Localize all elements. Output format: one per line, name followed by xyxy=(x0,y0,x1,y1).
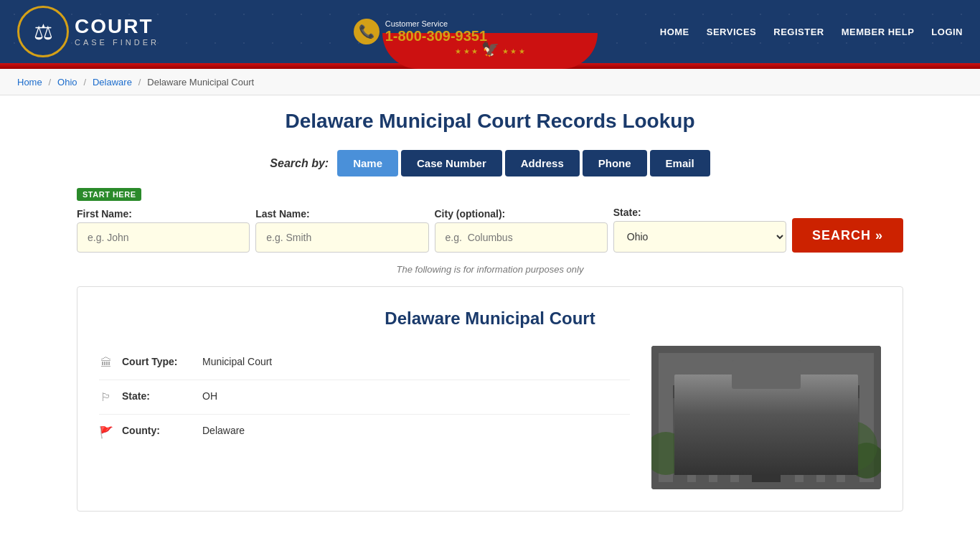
breadcrumb-bar: Home / Ohio / Delaware / Delaware Munici… xyxy=(0,69,980,95)
svg-rect-10 xyxy=(816,398,825,482)
state-label: State: xyxy=(613,207,786,218)
city-input[interactable] xyxy=(435,222,608,253)
county-row: 🚩 County: Delaware xyxy=(99,415,630,449)
breadcrumb-sep-2: / xyxy=(83,77,86,88)
logo-area: ⚖ COURT CASE FINDER xyxy=(17,6,159,57)
tab-address[interactable]: Address xyxy=(505,150,580,176)
logo-court-label: COURT xyxy=(75,17,159,37)
nav-services[interactable]: SERVICES xyxy=(707,27,757,37)
info-card-title: Delaware Municipal Court xyxy=(99,309,881,329)
first-name-label: First Name: xyxy=(77,208,250,220)
county-label: County: xyxy=(122,425,194,436)
svg-point-15 xyxy=(651,432,687,475)
svg-rect-1 xyxy=(659,353,874,482)
state-row: 🏳 State: OH xyxy=(99,380,630,415)
courthouse-photo xyxy=(651,346,881,489)
phone-area: 📞 Customer Service 1-800-309-9351 xyxy=(354,19,487,44)
court-type-row: 🏛 Court Type: Municipal Court xyxy=(99,346,630,380)
court-type-value: Municipal Court xyxy=(202,356,272,367)
nav-login[interactable]: LOGIN xyxy=(931,27,963,37)
breadcrumb-current: Delaware Municipal Court xyxy=(147,77,254,88)
nav-member-help[interactable]: MEMBER HELP xyxy=(842,27,915,37)
breadcrumb-sep-3: / xyxy=(138,77,141,88)
svg-rect-6 xyxy=(687,398,696,482)
disclaimer-text: The following is for information purpose… xyxy=(77,264,903,275)
svg-rect-14 xyxy=(809,418,831,435)
phone-number: 1-800-309-9351 xyxy=(385,28,487,44)
city-label: City (optional): xyxy=(435,208,608,220)
breadcrumb-ohio[interactable]: Ohio xyxy=(57,77,77,88)
first-name-group: First Name: xyxy=(77,208,250,253)
state-value: OH xyxy=(202,390,217,402)
svg-rect-11 xyxy=(837,398,845,482)
phone-label: Customer Service xyxy=(385,19,487,28)
ribbon-stars-left: ★ ★ ★ xyxy=(455,47,479,55)
nav-home[interactable]: HOME xyxy=(660,27,689,37)
breadcrumb-sep-1: / xyxy=(49,77,52,88)
search-form: First Name: Last Name: City (optional): … xyxy=(77,207,903,253)
svg-rect-4 xyxy=(745,360,788,389)
svg-rect-7 xyxy=(709,398,717,482)
breadcrumb-delaware[interactable]: Delaware xyxy=(93,77,132,88)
last-name-label: Last Name: xyxy=(255,208,428,220)
tab-case-number[interactable]: Case Number xyxy=(401,150,502,176)
info-card-body: 🏛 Court Type: Municipal Court 🏳 State: O… xyxy=(99,346,881,489)
county-icon: 🚩 xyxy=(99,425,113,439)
svg-rect-8 xyxy=(730,398,739,482)
ribbon-bar: ★ ★ ★ 🦅 ★ ★ ★ xyxy=(0,63,980,69)
first-name-input[interactable] xyxy=(77,222,250,253)
logo-tagline-label: CASE FINDER xyxy=(75,38,159,47)
main-content: Delaware Municipal Court Records Lookup … xyxy=(60,95,920,526)
logo-text: COURT CASE FINDER xyxy=(75,17,159,47)
state-icon: 🏳 xyxy=(99,391,113,404)
courthouse-svg xyxy=(651,346,881,489)
start-here-badge: START HERE xyxy=(77,188,141,201)
search-button[interactable]: SEARCH » xyxy=(792,218,903,253)
svg-point-17 xyxy=(827,421,877,471)
nav-register[interactable]: REGISTER xyxy=(773,27,824,37)
svg-rect-3 xyxy=(673,385,859,398)
court-type-label: Court Type: xyxy=(122,356,194,367)
courthouse-image xyxy=(651,346,881,489)
svg-rect-2 xyxy=(673,396,859,482)
city-group: City (optional): xyxy=(435,208,608,253)
page-title: Delaware Municipal Court Records Lookup xyxy=(77,110,903,133)
ribbon-stars-right: ★ ★ ★ xyxy=(502,47,526,55)
breadcrumb-home[interactable]: Home xyxy=(17,77,42,88)
state-group: State: Ohio Alabama Alaska Arizona Calif… xyxy=(613,207,786,253)
phone-text: Customer Service 1-800-309-9351 xyxy=(385,19,487,44)
info-details: 🏛 Court Type: Municipal Court 🏳 State: O… xyxy=(99,346,630,489)
court-type-icon: 🏛 xyxy=(99,357,113,369)
state-select[interactable]: Ohio Alabama Alaska Arizona California C… xyxy=(613,221,786,253)
search-by-label: Search by: xyxy=(270,157,329,170)
main-nav: HOME SERVICES REGISTER MEMBER HELP LOGIN xyxy=(660,27,963,37)
tab-name[interactable]: Name xyxy=(337,150,398,176)
tab-email[interactable]: Email xyxy=(650,150,710,176)
search-by-row: Search by: Name Case Number Address Phon… xyxy=(77,150,903,176)
last-name-input[interactable] xyxy=(255,222,428,253)
tab-phone[interactable]: Phone xyxy=(583,150,647,176)
svg-rect-13 xyxy=(694,418,716,435)
svg-rect-12 xyxy=(752,439,781,482)
info-card: Delaware Municipal Court 🏛 Court Type: M… xyxy=(77,286,903,512)
phone-icon: 📞 xyxy=(354,19,380,44)
svg-rect-5 xyxy=(752,364,781,385)
logo-icon: ⚖ xyxy=(17,6,69,57)
county-value: Delaware xyxy=(202,425,245,436)
svg-rect-9 xyxy=(795,398,804,482)
state-label-info: State: xyxy=(122,390,194,402)
last-name-group: Last Name: xyxy=(255,208,428,253)
